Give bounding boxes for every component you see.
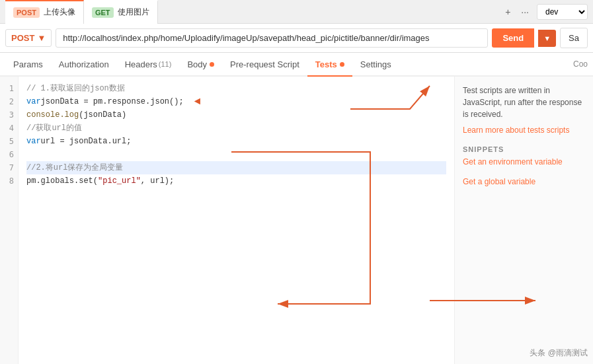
line-num-6: 6 (0, 148, 18, 161)
sub-tab-headers-label: Headers (125, 59, 157, 69)
tab-upload-label: 上传头像 (44, 7, 75, 18)
send-button[interactable]: Send (492, 28, 534, 48)
sub-tab-authorization[interactable]: Authorization (51, 53, 117, 77)
line-num-4: 4 (0, 122, 18, 135)
tests-dot (340, 62, 344, 67)
line-num-2: 2 (0, 95, 18, 108)
sub-nav: Params Authorization Headers (11) Body P… (0, 53, 593, 77)
tab-upload[interactable]: POST 上传头像 (5, 0, 84, 24)
sub-tab-authorization-label: Authorization (59, 59, 109, 69)
sub-nav-right: Coo (573, 59, 588, 69)
code-text-2a: var (26, 95, 41, 108)
code-text-7: //2.将url保存为全局变量 (26, 161, 123, 174)
url-input[interactable] (56, 28, 488, 48)
url-bar: POST ▼ Send ▼ Sa (0, 24, 593, 53)
tab-get-image[interactable]: GET 使用图片 (84, 0, 158, 24)
sub-tab-prerequest-label: Pre-request Script (230, 59, 299, 69)
method-select[interactable]: POST ▼ (5, 29, 52, 47)
code-text-3b: (jsonData) (79, 108, 126, 122)
method-badge-get: GET (92, 7, 114, 18)
sub-tab-settings[interactable]: Settings (352, 53, 399, 77)
arrow-right-1: ◄ (194, 95, 201, 108)
code-text-2b: jsonData = pm.response.json(); (41, 95, 184, 108)
code-text-4: //获取url的值 (26, 122, 82, 135)
env-select[interactable]: dev prod staging (537, 4, 588, 20)
tab-get-image-label: 使用图片 (118, 7, 149, 18)
side-panel: Test scripts are written in JavaScript, … (454, 77, 593, 364)
snippet-env-link[interactable]: Get an environment variable (463, 157, 585, 166)
code-line-4: //获取url的值 (26, 122, 446, 135)
code-line-3: console.log (jsonData) (26, 108, 446, 122)
save-button[interactable]: Sa (560, 28, 588, 48)
snippets-title: SNIPPETS (463, 145, 585, 153)
sub-tab-headers[interactable]: Headers (11) (117, 53, 180, 77)
code-text-6 (26, 148, 31, 161)
line-num-5: 5 (0, 135, 18, 148)
env-select-container: dev prod staging (537, 4, 588, 20)
code-line-2: var jsonData = pm.response.json(); ◄ (26, 95, 446, 108)
side-info-text: Test scripts are written in JavaScript, … (463, 85, 585, 120)
method-badge-post: POST (13, 7, 40, 18)
code-text-5a: var (26, 135, 41, 148)
watermark: 头条 @雨滴测试 (530, 347, 588, 359)
line-num-7: 7 (0, 161, 18, 174)
code-text-3: console.log (26, 108, 79, 122)
sub-tab-prerequest[interactable]: Pre-request Script (222, 53, 307, 77)
code-line-6 (26, 148, 446, 161)
code-line-5: var url = jsonData.url; (26, 135, 446, 148)
sub-tab-tests-label: Tests (315, 59, 337, 69)
code-line-8: pm.globals.set("pic_url", url); (26, 174, 446, 188)
code-line-1: // 1.获取返回的json数据 (26, 82, 446, 95)
code-text-8: pm.globals.set("pic_url", url); (26, 174, 174, 188)
learn-more-link[interactable]: Learn more about tests scripts (463, 126, 585, 135)
line-num-1: 1 (0, 82, 18, 95)
sub-tab-body[interactable]: Body (179, 53, 222, 77)
tab-actions: + ··· (502, 7, 532, 17)
sub-tab-tests[interactable]: Tests (307, 53, 352, 77)
selected-method: POST (11, 33, 34, 43)
code-content[interactable]: // 1.获取返回的json数据 var jsonData = pm.respo… (19, 77, 454, 364)
more-tabs-icon[interactable]: ··· (518, 7, 532, 17)
code-lines: 1 2 3 i 4 5 6 7 8 // 1.获取返回的json数据 (0, 77, 454, 364)
snippet-global-link[interactable]: Get a global variable (463, 177, 585, 186)
line-numbers: 1 2 3 i 4 5 6 7 8 (0, 77, 19, 364)
main-content: 1 2 3 i 4 5 6 7 8 // 1.获取返回的json数据 (0, 77, 593, 364)
code-editor: 1 2 3 i 4 5 6 7 8 // 1.获取返回的json数据 (0, 77, 454, 364)
line-num-3: 3 i (0, 108, 18, 122)
line-num-8: 8 (0, 174, 18, 188)
sub-tab-params-label: Params (13, 59, 43, 69)
add-tab-icon[interactable]: + (502, 7, 513, 17)
sub-tab-settings-label: Settings (360, 59, 391, 69)
body-dot (210, 62, 214, 67)
code-line-7: //2.将url保存为全局变量 (26, 161, 446, 174)
sub-tab-params[interactable]: Params (5, 53, 51, 77)
tab-bar: POST 上传头像 GET 使用图片 + ··· dev prod stagin… (0, 0, 593, 24)
method-dropdown-icon: ▼ (37, 33, 46, 43)
app-container: POST 上传头像 GET 使用图片 + ··· dev prod stagin… (0, 0, 593, 364)
sub-tab-body-label: Body (187, 59, 207, 69)
headers-badge: (11) (159, 60, 172, 68)
send-dropdown-button[interactable]: ▼ (538, 30, 556, 47)
code-text-5b: url = jsonData.url; (41, 135, 132, 148)
code-text-1: // 1.获取返回的json数据 (26, 82, 125, 95)
